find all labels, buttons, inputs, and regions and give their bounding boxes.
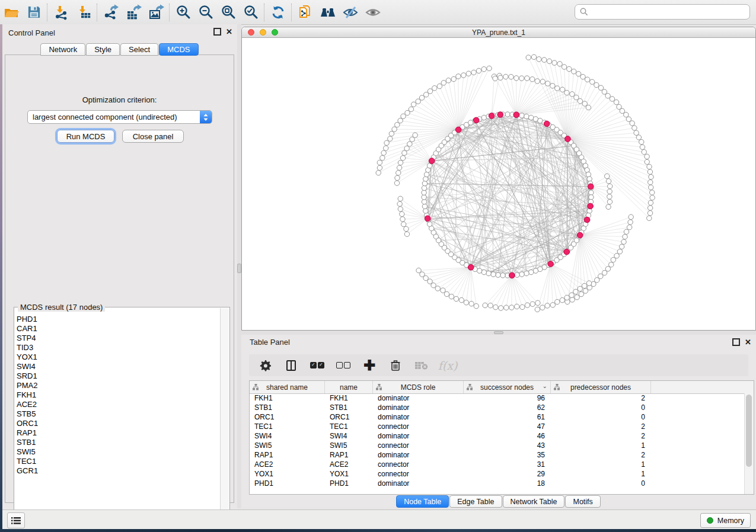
zoom-selected-button[interactable] [240,2,262,23]
table-row[interactable]: PHD1PHD1dominator180 [250,479,745,488]
export-table-button[interactable] [122,2,145,23]
fx-icon: f(x) [438,359,458,372]
scrollbar-thumb[interactable] [746,395,752,467]
mcds-result-item[interactable]: PHD1 [17,315,219,324]
export-network-button[interactable] [100,2,122,23]
mcds-result-item[interactable]: ORC1 [17,419,219,428]
clone-network-button[interactable] [294,2,317,23]
tab-edge-table[interactable]: Edge Table [449,495,502,508]
column-header-successor-nodes[interactable]: successor nodes⌄ [464,381,551,393]
column-header-predecessor-nodes[interactable]: predecessor nodes [551,381,651,393]
export-image-button[interactable] [145,2,167,23]
mcds-result-item[interactable]: RAP1 [17,428,219,438]
float-panel-icon[interactable] [213,28,221,36]
table-cell: 31 [464,460,551,469]
table-cell: RAP1 [325,451,373,459]
column-header-MCDS-role[interactable]: MCDS role [373,381,464,393]
zoom-in-button[interactable] [172,2,194,23]
mcds-result-item[interactable]: TEC1 [17,457,219,466]
table-settings-button[interactable] [256,357,274,374]
network-window-titlebar[interactable]: YPA_prune.txt_1 [242,27,755,38]
table-row[interactable]: YOX1YOX1connector291 [250,469,745,479]
import-network-button[interactable] [50,2,72,23]
delete-table-icon [415,361,428,370]
mcds-result-item[interactable]: GCR1 [17,466,219,476]
column-header-name[interactable]: name [325,381,373,393]
close-panel-icon[interactable]: ✕ [745,339,751,345]
select-all-rows-button[interactable] [308,357,326,374]
column-header-shared-name[interactable]: shared name [250,381,325,393]
mcds-result-list[interactable]: PHD1CAR1STP4TID3YOX1SWI4SRD1PMA2FKH1ACE2… [17,315,219,524]
close-panel-icon[interactable]: ✕ [226,28,232,35]
table-row[interactable]: STB1STB1dominator620 [250,403,745,412]
tab-select[interactable]: Select [120,43,158,56]
zoom-out-button[interactable] [194,2,217,23]
save-session-button[interactable] [23,2,45,23]
mcds-result-item[interactable]: ACE2 [17,400,219,409]
search-binoculars-button[interactable] [317,2,339,23]
table-row[interactable]: RAP1RAP1dominator352 [250,450,745,460]
table-cell: PHD1 [325,479,373,488]
table-row[interactable]: SWI5SWI5connector431 [250,441,745,450]
mcds-result-item[interactable]: SWI5 [17,447,219,457]
vertical-splitter[interactable] [237,24,241,508]
mcds-result-item[interactable]: YOX1 [17,352,219,362]
open-session-button[interactable] [0,2,23,23]
table-panel-title: Table Panel [250,335,290,350]
import-table-button[interactable] [72,2,95,23]
column-header-label: predecessor nodes [570,383,631,392]
table-header-row: shared namenameMCDS rolesuccessor nodes⌄… [250,381,754,394]
search-input[interactable] [592,7,745,17]
table-row[interactable]: TEC1TEC1connector472 [250,422,745,431]
task-history-button[interactable] [7,512,25,528]
mcds-result-item[interactable]: STB1 [17,438,219,447]
table-scrollbar[interactable] [744,393,754,494]
table-row[interactable]: SWI4SWI4dominator462 [250,431,745,441]
tab-style[interactable]: Style [86,43,120,56]
table-cell: dominator [373,403,464,412]
mcds-result-item[interactable]: STP4 [17,334,219,343]
mcds-result-item[interactable]: SWI4 [17,362,219,371]
float-panel-icon[interactable] [732,338,740,346]
tab-network-table[interactable]: Network Table [503,495,565,508]
show-column-panel-button[interactable] [282,357,300,374]
table-cell: connector [373,470,464,478]
network-window-title: YPA_prune.txt_1 [242,28,755,37]
criterion-dropdown[interactable]: largest connected component (undirected) [27,110,212,124]
mcds-result-item[interactable]: STB5 [17,409,219,419]
horizontal-splitter[interactable] [241,331,756,335]
mcds-result-item[interactable]: SRD1 [17,371,219,381]
memory-button[interactable]: Memory [700,513,751,528]
tab-mcds[interactable]: MCDS [159,43,198,56]
table-row[interactable]: ACE2ACE2connector311 [250,460,745,469]
tab-motifs[interactable]: Motifs [565,495,600,508]
show-graphics-details-button[interactable] [362,2,384,23]
close-panel-button[interactable]: Close panel [122,130,184,143]
desktop-background [0,24,2,532]
splitter-grip[interactable] [237,264,241,273]
mcds-result-item[interactable]: TID3 [17,343,219,352]
table-row[interactable]: ORC1ORC1dominator610 [250,412,745,422]
tab-node-table[interactable]: Node Table [396,495,449,508]
table-row[interactable]: FKH1FKH1dominator962 [250,393,745,403]
refresh-icon [270,5,286,20]
mcds-result-item[interactable]: PMA2 [17,381,219,390]
table-cell: YOX1 [325,470,373,478]
control-panel-tabs: NetworkStyleSelectMCDS [2,43,237,56]
optimization-criterion-label: Optimization criterion: [5,95,234,104]
mcds-list-scrollbar[interactable] [220,308,229,526]
mcds-result-item[interactable]: FKH1 [17,390,219,400]
run-mcds-button[interactable]: Run MCDS [57,130,114,143]
zoom-fit-button[interactable] [217,2,240,23]
create-column-button[interactable]: ✚ [361,357,378,374]
tab-network[interactable]: Network [40,43,85,56]
splitter-grip[interactable] [494,331,503,334]
delete-column-button[interactable] [387,357,404,374]
deselect-all-rows-button[interactable] [334,357,352,374]
network-canvas[interactable] [242,37,755,330]
table-cell: 2 [551,451,651,459]
delete-table-button [413,357,430,374]
hide-graphics-details-button[interactable] [339,2,362,23]
refresh-view-button[interactable] [267,2,289,23]
mcds-result-item[interactable]: CAR1 [17,324,219,334]
